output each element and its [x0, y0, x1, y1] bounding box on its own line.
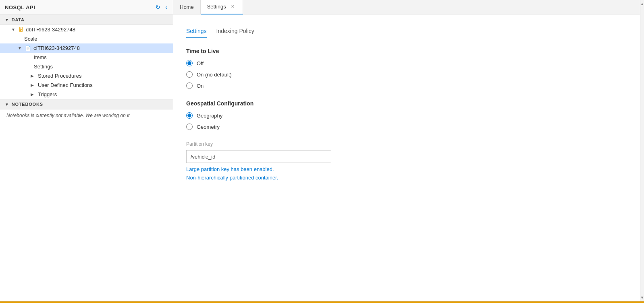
ttl-section-title: Time to Live [186, 48, 627, 54]
partition-key-section: Partition key Large partition key has be… [186, 141, 627, 182]
inner-tab-settings-label: Settings [186, 28, 207, 34]
geospatial-section: Geospatial Configuration Geography Geome… [186, 100, 627, 130]
tab-close-icon[interactable]: ✕ [229, 3, 236, 10]
scroll-up-icon[interactable]: ▲ [639, 0, 644, 8]
geospatial-radio-group: Geography Geometry [186, 112, 627, 130]
ttl-on-no-default-label: On (no default) [197, 72, 232, 78]
data-section-label: DATA [12, 17, 25, 22]
ttl-radio-group: Off On (no default) On [186, 60, 627, 89]
notebooks-message: Notebooks is currently not available. We… [0, 109, 173, 122]
partition-key-input[interactable] [186, 150, 331, 163]
geometry-item[interactable]: Geometry [186, 124, 627, 130]
triggers-arrow-icon: ▶ [31, 92, 36, 97]
settings-content: Settings Indexing Policy Time to Live Of… [173, 14, 640, 301]
ttl-on-label: On [197, 83, 204, 89]
stored-procedures-label: Stored Procedures [38, 73, 81, 79]
refresh-button[interactable]: ↻ [155, 3, 161, 11]
notebooks-section-label: NOTEBOOKS [12, 102, 43, 107]
container-item[interactable]: ▼ 📄 cITRI623-34292748 [0, 43, 173, 53]
tab-home-label: Home [180, 4, 194, 10]
notebooks-section-header[interactable]: ▼ NOTEBOOKS [0, 99, 173, 109]
sidebar-header: NOSQL API ↻ ‹ [0, 0, 173, 15]
partition-key-label: Partition key [186, 141, 627, 147]
items-item[interactable]: Items [0, 53, 173, 62]
user-defined-functions-item[interactable]: ▶ User Defined Functions [0, 80, 173, 90]
inner-tabs: Settings Indexing Policy [186, 24, 627, 38]
db-name: dbITRI623-34292748 [26, 27, 75, 33]
content-area: Home Settings ✕ Settings Indexing Policy… [173, 0, 640, 301]
right-scrollbar[interactable]: ▲ ▼ [640, 0, 644, 301]
container-icon: 📄 [25, 45, 31, 51]
geometry-radio[interactable] [186, 124, 193, 130]
scale-item[interactable]: Scale [0, 34, 173, 43]
stored-procedures-arrow-icon: ▶ [31, 74, 36, 78]
tab-settings-label: Settings [207, 4, 226, 10]
container-settings-item[interactable]: Settings [0, 62, 173, 71]
db-item[interactable]: ▼ 🗄 dbITRI623-34292748 [0, 25, 173, 34]
udf-arrow-icon: ▶ [31, 83, 36, 87]
container-arrow-icon: ▼ [18, 46, 23, 50]
inner-tab-settings[interactable]: Settings [186, 25, 207, 38]
triggers-item[interactable]: ▶ Triggers [0, 90, 173, 99]
container-settings-label: Settings [34, 64, 53, 70]
scale-label: Scale [24, 36, 37, 42]
tab-settings[interactable]: Settings ✕ [201, 0, 243, 14]
data-section-header[interactable]: ▼ DATA [0, 15, 173, 25]
partition-info-line2: Non-hierarchically partitioned container… [186, 174, 627, 182]
partition-info-line1: Large partition key has been enabled. [186, 165, 627, 174]
scroll-down-icon[interactable]: ▼ [639, 294, 644, 301]
tab-home[interactable]: Home [173, 0, 201, 14]
ttl-off-label: Off [197, 60, 204, 66]
ttl-off-item[interactable]: Off [186, 60, 627, 66]
db-arrow-icon: ▼ [11, 27, 17, 32]
geography-item[interactable]: Geography [186, 112, 627, 119]
geography-radio[interactable] [186, 112, 193, 119]
tab-bar: Home Settings ✕ [173, 0, 640, 14]
geometry-label: Geometry [197, 124, 220, 130]
container-name: cITRI623-34292748 [33, 45, 80, 51]
data-chevron-icon: ▼ [5, 18, 9, 22]
inner-tab-indexing-policy[interactable]: Indexing Policy [216, 25, 254, 38]
triggers-label: Triggers [38, 91, 57, 97]
udf-label: User Defined Functions [38, 82, 93, 88]
sidebar: NOSQL API ↻ ‹ ▼ DATA ▼ 🗄 dbITRI623-34292… [0, 0, 173, 301]
bottom-bar [0, 301, 644, 303]
notebooks-chevron-icon: ▼ [5, 102, 9, 107]
partition-info: Large partition key has been enabled. No… [186, 165, 627, 182]
collapse-button[interactable]: ‹ [164, 3, 168, 11]
ttl-on-item[interactable]: On [186, 82, 627, 89]
ttl-on-no-default-item[interactable]: On (no default) [186, 71, 627, 78]
ttl-off-radio[interactable] [186, 60, 193, 66]
ttl-on-radio[interactable] [186, 82, 193, 89]
stored-procedures-item[interactable]: ▶ Stored Procedures [0, 71, 173, 80]
sidebar-toolbar: ↻ ‹ [155, 3, 168, 11]
geography-label: Geography [197, 113, 222, 119]
db-icon: 🗄 [19, 27, 23, 33]
inner-tab-indexing-label: Indexing Policy [216, 28, 254, 34]
geospatial-section-title: Geospatial Configuration [186, 100, 627, 107]
ttl-on-no-default-radio[interactable] [186, 71, 193, 78]
items-label: Items [34, 54, 47, 60]
app-title: NOSQL API [5, 4, 35, 10]
